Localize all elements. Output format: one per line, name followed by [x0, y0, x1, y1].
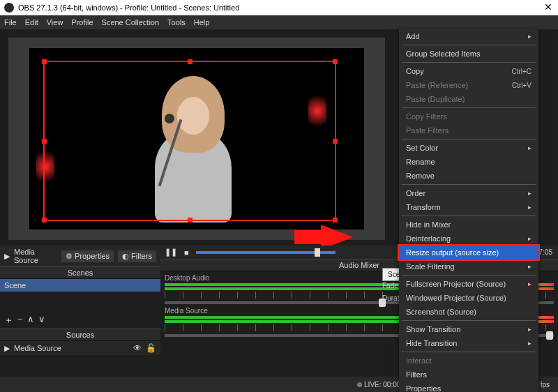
window-title: OBS 27.1.3 (64-bit, windows) - Profile: …	[18, 3, 239, 12]
ctx-scale-filtering[interactable]: Scale Filtering	[399, 259, 538, 273]
ctx-properties[interactable]: Properties	[399, 382, 538, 392]
ctx-rename[interactable]: Rename	[399, 155, 538, 169]
ctx-filters[interactable]: Filters	[399, 368, 538, 382]
properties-button[interactable]: ⚙Properties	[61, 250, 114, 262]
add-scene-button[interactable]: ＋	[4, 314, 13, 326]
preview-area[interactable]	[8, 38, 385, 240]
context-menu: Add Group Selected Items CopyCtrl+C Past…	[399, 29, 538, 392]
source-item[interactable]: ▶ Media Source 👁 🔓	[0, 341, 160, 355]
source-label: Media Source	[14, 344, 61, 352]
handle-ml[interactable]	[42, 139, 47, 144]
scene-up-button[interactable]: ∧	[27, 314, 34, 326]
ctx-paste-dup: Paste (Duplicate)	[399, 92, 538, 106]
media-source-bar: ▶ Media Source ⚙Properties ◐Filters	[0, 246, 160, 266]
live-dot-icon	[357, 382, 362, 387]
visibility-icon[interactable]: 👁	[133, 343, 142, 353]
ctx-screenshot[interactable]: Screenshot (Source)	[399, 305, 538, 319]
scene-item[interactable]: Scene	[0, 279, 160, 292]
media-source-label: Media Source	[14, 248, 53, 264]
menu-help[interactable]: Help	[194, 18, 210, 27]
ctx-windowed-projector[interactable]: Windowed Projector (Source)	[399, 291, 538, 305]
ctx-copy-filters: Copy Filters	[399, 110, 538, 123]
lock-icon[interactable]: 🔓	[146, 343, 156, 353]
handle-bm[interactable]	[188, 218, 193, 223]
ctx-add[interactable]: Add	[399, 29, 538, 43]
play-icon[interactable]: ▶	[4, 252, 10, 261]
ctx-paste-filters: Paste Filters	[399, 123, 538, 137]
selection-bounds[interactable]	[43, 61, 336, 221]
main-area: Add Group Selected Items CopyCtrl+C Past…	[0, 29, 558, 392]
ctx-resize-output[interactable]: Resize output (source size)	[399, 246, 538, 259]
scenes-header: Scenes	[0, 266, 160, 279]
obs-icon	[4, 3, 14, 13]
sources-header: Sources	[0, 329, 160, 341]
filters-button[interactable]: ◐Filters	[118, 250, 156, 262]
menu-file[interactable]: File	[4, 18, 17, 27]
preview-canvas[interactable]	[29, 48, 364, 229]
menu-tools[interactable]: Tools	[167, 18, 186, 27]
menubar: File Edit View Profile Scene Collection …	[0, 15, 558, 29]
menu-edit[interactable]: Edit	[25, 18, 38, 27]
ctx-hide-transition[interactable]: Hide Transition	[399, 336, 538, 350]
menu-profile[interactable]: Profile	[71, 18, 93, 27]
ctx-group[interactable]: Group Selected Items	[399, 47, 538, 61]
transition-type[interactable]: Fade	[382, 282, 398, 289]
playback-slider[interactable]	[196, 251, 335, 254]
ctx-order[interactable]: Order	[399, 186, 538, 200]
ctx-copy[interactable]: CopyCtrl+C	[399, 64, 538, 78]
ctx-hide-mixer[interactable]: Hide in Mixer	[399, 218, 538, 232]
close-icon[interactable]: ✕	[544, 1, 552, 13]
stop-button[interactable]: ■	[184, 248, 189, 257]
handle-bl[interactable]	[42, 218, 47, 223]
menu-view[interactable]: View	[47, 18, 63, 27]
ctx-fullscreen-projector[interactable]: Fullscreen Projector (Source)	[399, 277, 538, 291]
menu-scene-collection[interactable]: Scene Collection	[102, 18, 160, 27]
handle-tr[interactable]	[333, 59, 338, 64]
gear-icon: ⚙	[66, 252, 73, 261]
handle-mr[interactable]	[333, 139, 338, 144]
ctx-transform[interactable]: Transform	[399, 200, 538, 214]
handle-tm[interactable]	[188, 59, 193, 64]
play-icon: ▶	[4, 344, 10, 353]
filters-icon: ◐	[122, 252, 129, 261]
ctx-interact: Interact	[399, 354, 538, 368]
ctx-deinterlacing[interactable]: Deinterlacing	[399, 232, 538, 246]
scene-down-button[interactable]: ∨	[38, 314, 45, 326]
ctx-remove[interactable]: Remove	[399, 169, 538, 183]
remove-scene-button[interactable]: −	[17, 314, 23, 326]
handle-tl[interactable]	[42, 59, 47, 64]
ctx-paste-ref: Paste (Reference)Ctrl+V	[399, 78, 538, 92]
ctx-set-color[interactable]: Set Color	[399, 141, 538, 155]
handle-br[interactable]	[333, 218, 338, 223]
pause-button[interactable]: ❚❚	[165, 248, 177, 257]
titlebar: OBS 27.1.3 (64-bit, windows) - Profile: …	[0, 0, 558, 15]
scenes-toolbar: ＋ − ∧ ∨	[0, 312, 160, 329]
ctx-show-transition[interactable]: Show Transition	[399, 322, 538, 336]
